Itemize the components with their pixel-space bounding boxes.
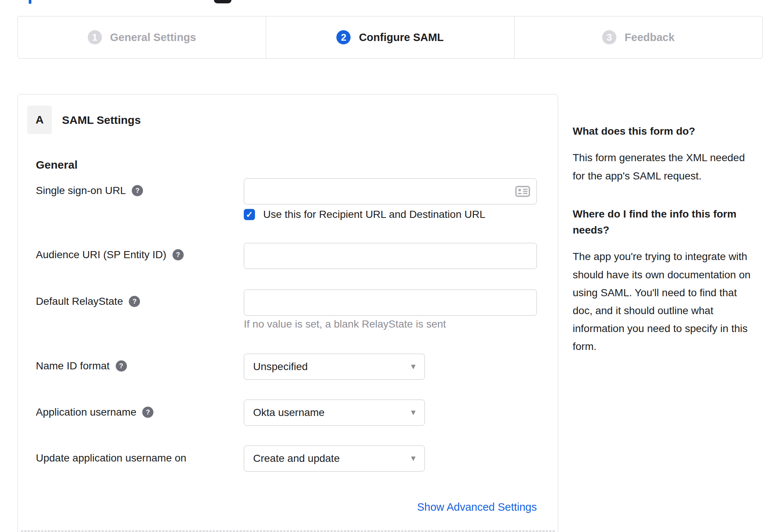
header-remnant-accent [29,0,31,4]
help-icon[interactable]: ? [116,360,127,372]
general-group-heading: General [36,159,78,171]
name-id-format-value: Unspecified [253,361,308,373]
help-icon[interactable]: ? [132,185,143,196]
recipient-url-checkbox-row: ✓ Use this for Recipient URL and Destina… [244,209,485,220]
recipient-url-checkbox-label: Use this for Recipient URL and Destinati… [263,209,485,220]
default-relaystate-label: Default RelayState ? [36,295,140,307]
name-id-format-label: Name ID format ? [36,360,127,372]
update-username-on-select[interactable]: Create and update ▾ [244,445,425,472]
name-id-format-select[interactable]: Unspecified ▾ [244,354,425,380]
step-label: Configure SAML [359,31,444,44]
step-general-settings[interactable]: 1 General Settings [18,16,266,58]
help-sidebar: What does this form do? This form genera… [573,123,754,376]
single-sign-on-url-input[interactable] [244,178,537,204]
help-heading-what: What does this form do? [573,123,754,139]
section-a-badge: A [27,106,52,134]
application-username-label: Application username ? [36,406,153,418]
relaystate-hint: If no value is set, a blank RelayState i… [244,318,446,330]
step-number-badge: 3 [602,30,616,44]
saml-settings-panel: A SAML Settings General Single sign-on U… [18,94,558,532]
step-configure-saml[interactable]: 2 Configure SAML [266,16,514,58]
application-username-select[interactable]: Okta username ▾ [244,400,425,426]
single-sign-on-url-field-wrap [244,178,537,204]
step-label: Feedback [625,31,675,44]
show-advanced-settings-link[interactable]: Show Advanced Settings [244,501,537,513]
recipient-url-checkbox[interactable]: ✓ [244,209,255,220]
help-icon[interactable]: ? [129,296,140,307]
header-remnant-icon [214,0,231,3]
single-sign-on-url-label: Single sign-on URL ? [36,185,143,197]
chevron-down-icon: ▾ [411,361,416,372]
section-title: SAML Settings [62,114,141,126]
application-username-value: Okta username [253,407,324,419]
chevron-down-icon: ▾ [411,453,416,463]
section-dashed-divider [21,531,555,532]
wizard-stepper: 1 General Settings 2 Configure SAML 3 Fe… [18,16,763,59]
step-number-badge: 1 [88,30,102,44]
step-number-badge: 2 [336,30,351,44]
update-username-on-value: Create and update [253,453,340,464]
saml-wizard-page: 1 General Settings 2 Configure SAML 3 Fe… [0,0,781,532]
chevron-down-icon: ▾ [411,407,416,417]
update-username-on-label: Update application username on [36,452,186,464]
default-relaystate-input[interactable] [244,290,537,316]
help-icon[interactable]: ? [142,407,153,418]
help-para-what: This form generates the XML needed for t… [573,149,754,185]
step-label: General Settings [110,31,196,44]
help-heading-where: Where do I find the info this form needs… [573,206,754,238]
help-icon[interactable]: ? [172,249,184,260]
audience-uri-label: Audience URI (SP Entity ID) ? [36,249,184,261]
audience-uri-input[interactable] [244,243,537,269]
help-para-where: The app you're trying to integrate with … [573,248,754,356]
step-feedback[interactable]: 3 Feedback [514,16,762,58]
